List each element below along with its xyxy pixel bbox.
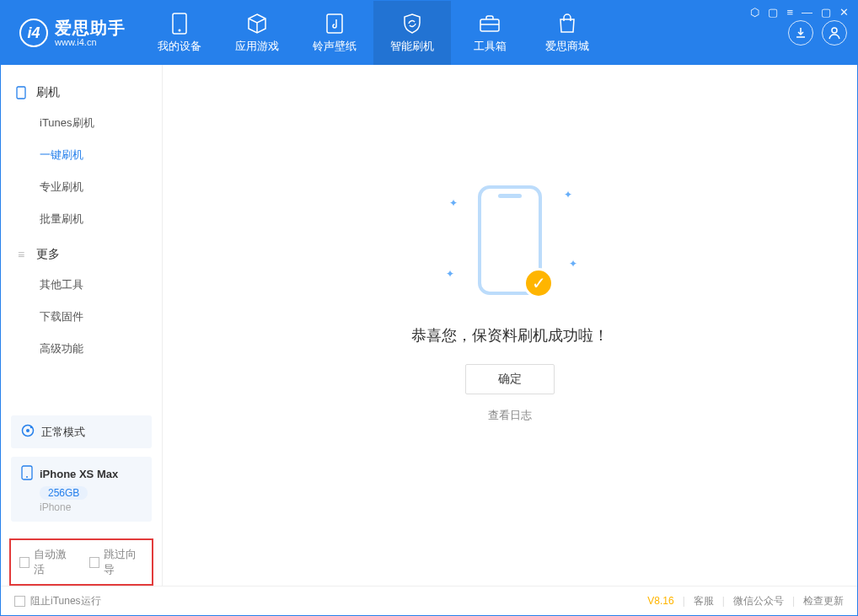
phone-small-icon <box>21 465 33 483</box>
feedback-icon[interactable]: ⬡ <box>750 6 759 19</box>
separator: | <box>792 595 795 607</box>
device-info-box[interactable]: iPhone XS Max 256GB iPhone <box>11 457 152 522</box>
svg-point-10 <box>26 476 28 478</box>
footer-left: 阻止iTunes运行 <box>14 594 101 608</box>
window-controls: ⬡ ▢ ≡ — ▢ ✕ <box>750 6 849 19</box>
sidebar-item-batch[interactable]: 批量刷机 <box>1 203 162 235</box>
device-capacity: 256GB <box>40 486 88 500</box>
sidebar-head-label: 刷机 <box>36 85 60 100</box>
nav-tabs: 我的设备 应用游戏 铃声壁纸 智能刷机 工具箱 爱思商城 <box>141 1 606 65</box>
tab-ringtones[interactable]: 铃声壁纸 <box>296 1 373 65</box>
checkbox-icon <box>19 557 29 568</box>
header-bar: i4 爱思助手 www.i4.cn 我的设备 应用游戏 铃声壁纸 智能刷机 工具… <box>1 1 857 65</box>
view-log-link[interactable]: 查看日志 <box>488 408 532 423</box>
tab-my-device[interactable]: 我的设备 <box>141 1 218 65</box>
header-right: ⬡ ▢ ≡ — ▢ ✕ <box>788 1 857 65</box>
sidebar-item-pro[interactable]: 专业刷机 <box>1 171 162 203</box>
svg-rect-2 <box>327 14 342 33</box>
close-icon[interactable]: ✕ <box>839 6 849 19</box>
option-label: 跳过向导 <box>104 547 143 577</box>
refresh-shield-icon <box>401 12 423 35</box>
success-message: 恭喜您，保资料刷机成功啦！ <box>411 325 609 345</box>
svg-point-4 <box>832 28 837 33</box>
tab-store[interactable]: 爱思商城 <box>528 1 606 65</box>
app-subtitle: www.i4.cn <box>55 37 126 47</box>
sidebar-item-othertools[interactable]: 其他工具 <box>1 269 162 301</box>
device-icon <box>14 86 28 99</box>
footer-bar: 阻止iTunes运行 V8.16 | 客服 | 微信公众号 | 检查更新 <box>1 586 857 615</box>
success-illustration: ✦ ✦ ✦ ✦ ✓ <box>442 177 577 303</box>
options-row: 自动激活 跳过向导 <box>9 538 153 586</box>
checkmark-badge-icon: ✓ <box>523 268 554 298</box>
footer-right: V8.16 | 客服 | 微信公众号 | 检查更新 <box>647 594 844 608</box>
menu-icon[interactable]: ≡ <box>786 6 793 19</box>
app-title: 爱思助手 <box>55 19 126 37</box>
option-label: 自动激活 <box>34 547 73 577</box>
sparkle-icon: ✦ <box>569 258 577 270</box>
list-icon: ≡ <box>14 248 28 261</box>
sidebar-section-more: ≡ 更多 其他工具 下载固件 高级功能 <box>1 240 162 365</box>
svg-rect-3 <box>480 19 499 31</box>
separator: | <box>683 595 685 607</box>
account-button[interactable] <box>822 20 847 46</box>
checkbox-icon <box>89 557 99 568</box>
sidebar-item-itunes[interactable]: iTunes刷机 <box>1 107 162 139</box>
tab-toolbox[interactable]: 工具箱 <box>451 1 528 65</box>
footer-link-update[interactable]: 检查更新 <box>803 594 844 608</box>
download-button[interactable] <box>788 20 813 46</box>
block-itunes-checkbox[interactable]: 阻止iTunes运行 <box>14 594 101 608</box>
sparkle-icon: ✦ <box>449 197 458 209</box>
maximize-icon[interactable]: ▢ <box>821 6 831 19</box>
toolbox-icon <box>479 12 501 35</box>
logo-icon: i4 <box>19 19 48 47</box>
skip-guide-checkbox[interactable]: 跳过向导 <box>89 547 144 577</box>
sparkle-icon: ✦ <box>446 268 454 280</box>
device-mode-label: 正常模式 <box>41 425 85 440</box>
tab-label: 智能刷机 <box>390 39 434 54</box>
sidebar-head-more: ≡ 更多 <box>1 240 162 269</box>
sidebar-item-advanced[interactable]: 高级功能 <box>1 333 162 365</box>
main-content: ✦ ✦ ✦ ✦ ✓ 恭喜您，保资料刷机成功啦！ 确定 查看日志 <box>163 65 857 586</box>
sidebar-head-flash: 刷机 <box>1 78 162 107</box>
sidebar-head-label: 更多 <box>36 247 60 262</box>
svg-point-1 <box>179 29 181 32</box>
logo-text: 爱思助手 www.i4.cn <box>55 19 126 47</box>
tab-label: 我的设备 <box>158 39 201 54</box>
tab-label: 应用游戏 <box>235 39 279 54</box>
sidebar-item-oneclick[interactable]: 一键刷机 <box>1 139 162 171</box>
mode-icon <box>21 424 35 440</box>
music-icon <box>325 12 344 35</box>
device-type: iPhone <box>40 501 142 513</box>
minimize-icon[interactable]: — <box>802 6 812 19</box>
sidebar: 刷机 iTunes刷机 一键刷机 专业刷机 批量刷机 ≡ 更多 其他工具 下载固… <box>1 65 163 586</box>
footer-label: 阻止iTunes运行 <box>30 594 101 608</box>
tab-flash[interactable]: 智能刷机 <box>373 1 451 65</box>
version-label: V8.16 <box>647 595 673 607</box>
ok-button[interactable]: 确定 <box>465 364 555 394</box>
svg-point-7 <box>26 429 29 432</box>
footer-link-support[interactable]: 客服 <box>694 594 714 608</box>
tab-apps[interactable]: 应用游戏 <box>218 1 296 65</box>
sparkle-icon: ✦ <box>564 189 572 201</box>
tab-label: 工具箱 <box>474 39 507 54</box>
separator: | <box>722 595 725 607</box>
svg-rect-5 <box>17 87 25 99</box>
checkbox-icon <box>14 596 25 607</box>
body: 刷机 iTunes刷机 一键刷机 专业刷机 批量刷机 ≡ 更多 其他工具 下载固… <box>1 65 857 586</box>
device-panel: 正常模式 iPhone XS Max 256GB iPhone <box>1 407 162 532</box>
footer-link-wechat[interactable]: 微信公众号 <box>733 594 784 608</box>
sidebar-section-flash: 刷机 iTunes刷机 一键刷机 专业刷机 批量刷机 <box>1 78 162 235</box>
bag-icon <box>558 12 576 35</box>
sidebar-item-firmware[interactable]: 下载固件 <box>1 301 162 333</box>
phone-icon <box>172 12 187 35</box>
logo-area: i4 爱思助手 www.i4.cn <box>1 19 141 47</box>
skin-icon[interactable]: ▢ <box>768 6 778 19</box>
tab-label: 铃声壁纸 <box>313 39 357 54</box>
svg-point-8 <box>30 426 33 429</box>
device-mode-box[interactable]: 正常模式 <box>11 415 152 448</box>
cube-icon <box>246 12 268 35</box>
device-name: iPhone XS Max <box>40 468 118 480</box>
tab-label: 爱思商城 <box>545 39 589 54</box>
auto-activate-checkbox[interactable]: 自动激活 <box>19 547 74 577</box>
